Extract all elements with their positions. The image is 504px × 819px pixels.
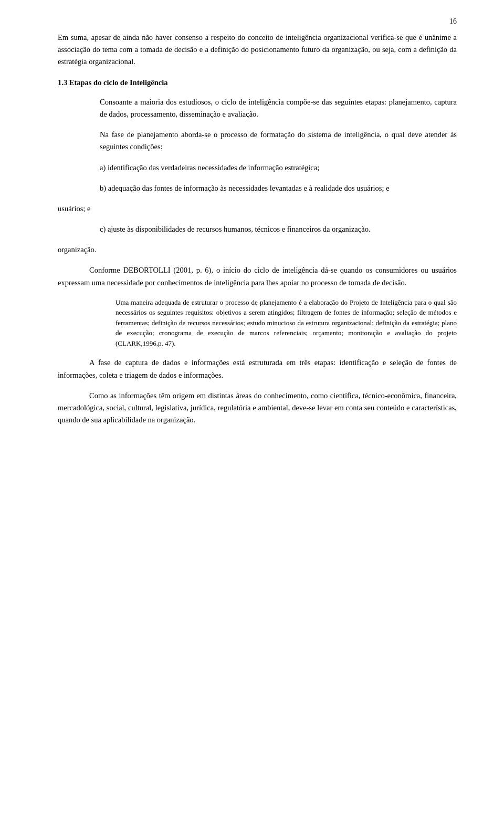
- organizacao-label: organização.: [58, 244, 457, 256]
- intro-paragraph: Em suma, apesar de ainda não haver conse…: [58, 32, 457, 68]
- intro-text: Em suma, apesar de ainda não haver conse…: [58, 33, 457, 66]
- usuarios-label: usuários; e: [58, 203, 457, 215]
- conforme-paragraph: Conforme DEBORTOLLI (2001, p. 6), o iníc…: [58, 264, 457, 288]
- page-number: 16: [449, 16, 457, 27]
- page: 16 Em suma, apesar de ainda não haver co…: [0, 0, 504, 819]
- captura-paragraph: A fase de captura de dados e informações…: [58, 357, 457, 381]
- list-item-b: b) adequação das fontes de informação às…: [100, 182, 457, 194]
- section-paragraph-1: Consoante a maioria dos estudiosos, o ci…: [100, 96, 457, 120]
- como-paragraph: Como as informações têm origem em distin…: [58, 390, 457, 427]
- list-item-c: c) ajuste às disponibilidades de recurso…: [100, 223, 457, 235]
- section-heading: 1.3 Etapas do ciclo de Inteligência: [58, 77, 457, 89]
- section-paragraph-2: Na fase de planejamento aborda-se o proc…: [100, 129, 457, 153]
- block-quote: Uma maneira adequada de estruturar o pro…: [116, 297, 457, 349]
- list-item-a: a) identificação das verdadeiras necessi…: [100, 162, 457, 174]
